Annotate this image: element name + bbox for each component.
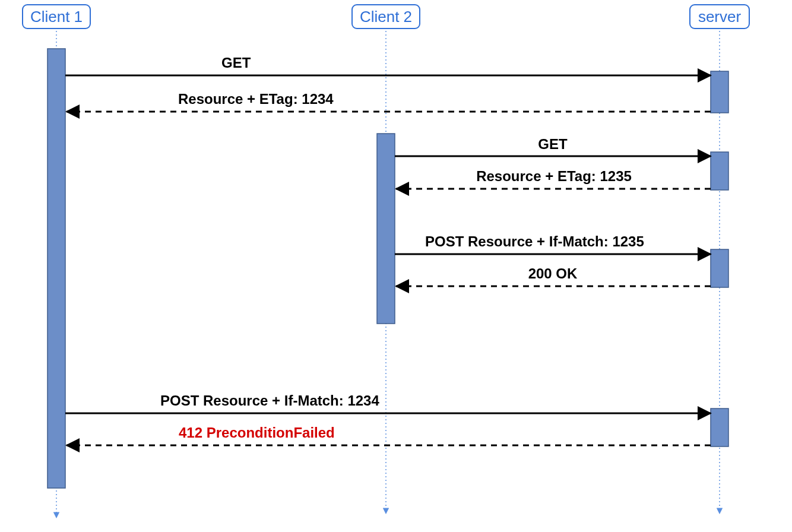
label-m1-request: GET — [221, 55, 251, 71]
participant-server: server — [690, 5, 749, 28]
participant-client2: Client 2 — [352, 5, 420, 28]
activation-client2 — [377, 134, 395, 324]
activation-server-1 — [711, 71, 728, 113]
label-m4-request: POST Resource + If-Match: 1234 — [160, 392, 379, 408]
activation-server-4 — [711, 408, 728, 446]
label-m2-request: GET — [538, 136, 568, 152]
participant-label-client2: Client 2 — [360, 8, 412, 26]
activation-server-3 — [711, 249, 728, 287]
label-m3-response: 200 OK — [528, 265, 578, 281]
label-m2-response: Resource + ETag: 1235 — [476, 168, 632, 184]
label-m1-response: Resource + ETag: 1234 — [178, 91, 334, 107]
sequence-diagram: Client 1 Client 2 server GET Resource + … — [0, 0, 792, 532]
label-m4-response: 412 PreconditionFailed — [179, 425, 335, 441]
label-m3-request: POST Resource + If-Match: 1235 — [425, 233, 644, 249]
activation-client1 — [47, 49, 65, 488]
participant-label-server: server — [698, 8, 742, 26]
activation-server-2 — [711, 152, 728, 190]
participant-client1: Client 1 — [23, 5, 90, 28]
participant-label-client1: Client 1 — [30, 8, 83, 26]
